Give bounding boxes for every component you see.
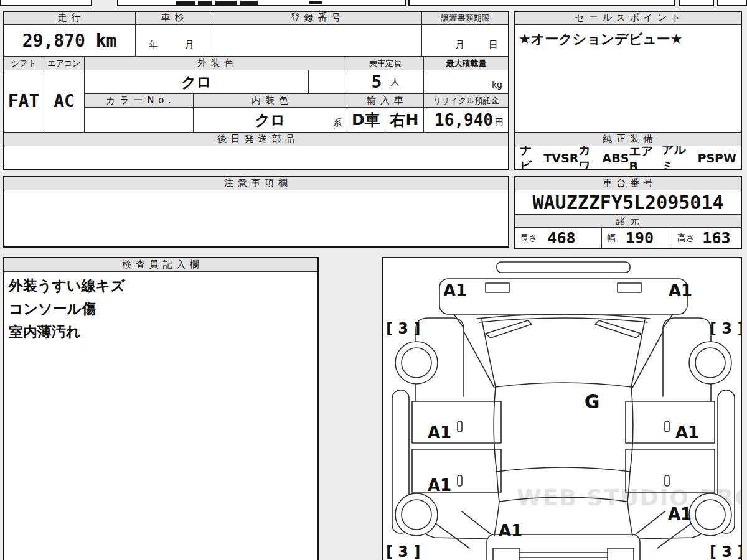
- interior-color-value-cell: クロ 系: [193, 107, 347, 133]
- door-handle: [458, 475, 462, 486]
- damage-mark-bumper-left: A1: [443, 281, 467, 300]
- max-load-unit: kg: [492, 80, 502, 90]
- capacity-value-cell: 5 人: [347, 70, 424, 94]
- rear-light-left: [493, 548, 519, 560]
- sales-point-value: ★オークションデビュー★: [519, 30, 683, 49]
- spec-length-label: 長さ: [520, 233, 537, 244]
- windshield-base: [496, 383, 631, 387]
- equipment-item: TV: [543, 151, 561, 165]
- exterior-color-sub-cell: [308, 70, 347, 94]
- fender-crease: [454, 314, 464, 328]
- quarter-crease: [636, 511, 665, 534]
- spec-height-value: 163: [702, 229, 730, 247]
- inspection-header: 車 検: [135, 11, 210, 25]
- door-handle: [458, 421, 462, 432]
- color-no-value: [84, 107, 194, 133]
- equipment-item: PS: [697, 151, 715, 165]
- door-rear-right: [626, 449, 715, 492]
- cropped-text-fragment: [176, 1, 195, 5]
- specs-header: 諸 元: [514, 214, 742, 228]
- inspector-notes-header: 検 査 員 記 入 欄: [3, 257, 319, 272]
- capacity-unit: 人: [390, 77, 399, 88]
- import-header: 輸 入 車: [347, 93, 424, 108]
- windshield-grade-mark: G: [585, 391, 600, 413]
- inspector-notes-body: 外装うすい線キズ コンソール傷 室内薄汚れ: [3, 271, 319, 560]
- inspector-note: 室内薄汚れ: [9, 320, 125, 343]
- fender-crease: [663, 314, 673, 328]
- cropped-text-fragment: [240, 1, 258, 5]
- cropped-cell: [717, 0, 747, 6]
- front-bumper: [439, 279, 687, 314]
- equipment-row: ナビ TV SR カワ ABS エアB アルミ PS PW: [514, 146, 742, 170]
- spec-width-value: 190: [626, 229, 654, 247]
- transfer-deadline-header: 譲渡書類期限: [421, 11, 509, 25]
- inspection-value: 年 月: [135, 24, 210, 57]
- capacity-header: 乗車定員: [347, 56, 424, 70]
- max-load-header: 最大積載量: [423, 56, 509, 70]
- tire-depth-front-left: [ 3 ]: [386, 320, 420, 337]
- interior-color-header: 内 装 色: [193, 93, 347, 108]
- sales-point-body: ★オークションデビュー★: [514, 24, 742, 133]
- cropped-text-fragment: [309, 1, 322, 4]
- auction-sheet-page: { "page": { "watermark": "WEB STUDIO PRO…: [0, 0, 747, 560]
- wiper-right: [595, 320, 641, 338]
- wiper-left: [486, 320, 532, 338]
- damage-mark-door-front-left: A1: [428, 423, 451, 442]
- capacity-value: 5: [372, 72, 382, 92]
- damage-mark-bumper-right: A1: [669, 281, 692, 300]
- shift-header: シフト: [3, 56, 44, 70]
- door-handle: [665, 421, 669, 432]
- cropped-text-fragment: [215, 1, 237, 5]
- registration-number-value: [210, 24, 422, 57]
- inspector-note: コンソール傷: [9, 297, 125, 320]
- equipment-item: カワ: [578, 146, 602, 170]
- damage-mark-door-front-right: A1: [675, 423, 699, 442]
- exterior-color-header: 外 装 色: [84, 56, 347, 70]
- later-shipped-parts-header: 後 日 発 送 部 品: [3, 132, 509, 146]
- recycle-deposit-unit: 円: [495, 117, 504, 128]
- steering-value: 右H: [385, 107, 424, 133]
- spec-length-value: 468: [547, 229, 575, 247]
- quarter-crease: [462, 511, 491, 534]
- later-shipped-parts-value: [3, 146, 509, 170]
- import-value: D車: [347, 107, 385, 133]
- equipment-header: 純 正 装 備: [514, 132, 742, 146]
- mileage-value: 29,870 km: [3, 24, 136, 57]
- tire-depth-rear-right: [ 3 ]: [710, 543, 742, 560]
- max-load-value-cell: kg: [423, 70, 509, 94]
- front-trim-strip: [497, 262, 630, 273]
- interior-color-value: クロ: [255, 110, 285, 130]
- equipment-item: PW: [715, 151, 736, 165]
- rear-pillar-left: [497, 472, 499, 502]
- inspector-note: 外装うすい線キズ: [9, 274, 125, 297]
- cropped-cell: [117, 0, 406, 6]
- recycle-deposit-value-cell: 16,940 円: [423, 107, 509, 133]
- tire-depth-rear-left: [ 3 ]: [386, 543, 420, 560]
- spec-height-label: 高さ: [677, 233, 695, 244]
- interior-color-suffix: 系: [333, 118, 342, 129]
- spec-width-label: 幅: [607, 233, 616, 244]
- chassis-number-value: WAUZZZFY5L2095014: [514, 190, 742, 215]
- door-front-right: [626, 401, 715, 443]
- headlight-left: [486, 283, 509, 292]
- recycle-deposit-value: 16,940: [435, 111, 493, 129]
- notice-header: 注 意 事 項 欄: [3, 176, 509, 190]
- sales-point-header: セ ー ル ス ポ イ ン ト: [514, 11, 742, 25]
- color-no-header: カ ラ ー N o .: [84, 93, 194, 108]
- cropped-cell: [0, 0, 92, 6]
- equipment-item: ABS: [603, 151, 629, 165]
- spec-height-cell: 高さ 163: [672, 227, 742, 249]
- trunk-edge-right: [627, 502, 632, 536]
- equipment-item: アルミ: [662, 146, 697, 170]
- aircon-value: AC: [44, 70, 85, 133]
- damage-diagram-panel: WEB STUDIO PRO: [382, 257, 742, 560]
- cropped-cell: [408, 0, 675, 6]
- damage-mark-trunk: A1: [499, 521, 522, 540]
- aircon-header: エアコン: [44, 56, 85, 70]
- door-handle: [665, 475, 669, 486]
- cropped-cell: [679, 0, 714, 6]
- headlight-right: [618, 283, 641, 292]
- rear-pillar-right: [627, 472, 630, 502]
- damage-mark-quarter-rear-right: A1: [668, 505, 692, 523]
- cropped-text-fragment: [198, 1, 212, 5]
